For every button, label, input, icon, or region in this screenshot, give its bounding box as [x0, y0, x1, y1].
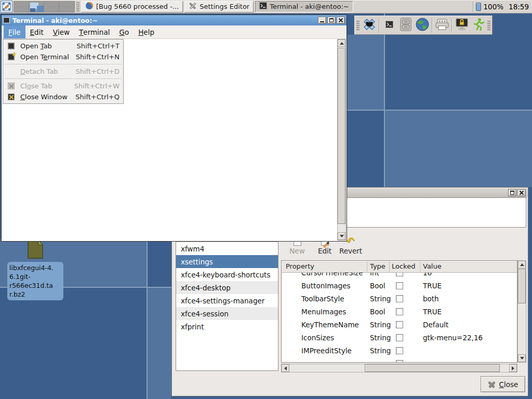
property-table-header[interactable]: Property Type Locked Value: [282, 261, 517, 273]
channel-row[interactable]: xfprint: [176, 320, 278, 333]
property-vscrollbar[interactable]: [517, 260, 526, 363]
file-manager-launcher[interactable]: [397, 17, 414, 34]
locked-checkbox[interactable]: [396, 347, 403, 354]
desktop-settings-launcher[interactable]: [1, 1, 12, 12]
backdrop-tile: [385, 111, 532, 187]
scroll-left-button[interactable]: [282, 364, 289, 372]
locked-checkbox[interactable]: [396, 273, 403, 276]
locked-checkbox[interactable]: [396, 334, 403, 341]
close-window-icon: [7, 93, 16, 101]
panel-grip[interactable]: [76, 2, 79, 12]
taskbar-button[interactable]: Settings Editor: [184, 1, 254, 12]
scroll-up-button[interactable]: [338, 39, 345, 47]
pager-workspace-3[interactable]: [44, 2, 59, 12]
scroll-right-button[interactable]: [509, 364, 517, 372]
menu-item-shortcut: Shift+Ctrl+W: [74, 82, 119, 90]
menubar-go[interactable]: Go: [114, 25, 134, 38]
property-row[interactable]: ToolbarStyleStringboth: [282, 292, 517, 305]
printer-launcher[interactable]: [434, 17, 450, 34]
property-row[interactable]: IMPreeditStyleString: [282, 344, 517, 357]
menu-item-open-terminal[interactable]: ★Open TerminalShift+Ctrl+N: [4, 51, 123, 62]
maximize-button[interactable]: [508, 189, 516, 196]
terminal-launcher[interactable]: [381, 17, 397, 34]
pager-workspace-1[interactable]: [14, 2, 29, 12]
channel-row[interactable]: xfce4-keyboard-shortcuts: [176, 268, 278, 281]
menubar-file[interactable]: File: [4, 25, 25, 38]
web-browser-launcher[interactable]: [414, 17, 431, 34]
terminal-menubar: FileEditViewTerminalGoHelp: [2, 25, 347, 39]
terminal-titlebar[interactable]: Terminal - aki@entoo:~: [2, 15, 347, 25]
channel-row[interactable]: xfce4-desktop: [176, 281, 278, 294]
archive-file-icon: [25, 239, 45, 260]
property-name: IMPreeditStyle: [301, 347, 352, 355]
property-type: Bool: [370, 282, 385, 290]
property-hscrollbar[interactable]: [281, 364, 517, 373]
taskbar-button-label: [Bug 5660 processed -...: [96, 3, 179, 10]
locked-checkbox[interactable]: [396, 321, 403, 328]
minimize-button[interactable]: [318, 17, 326, 24]
terminal-title: Terminal - aki@entoo:~: [12, 17, 98, 24]
col-locked: Locked: [392, 262, 415, 270]
taskbar-button-label: Terminal - aki@entoo:~: [270, 3, 349, 10]
backdrop-line: [384, 14, 385, 188]
xfce-menu-launcher[interactable]: [361, 17, 378, 34]
dock-grip[interactable]: [487, 20, 490, 31]
property-value: TRUE: [423, 282, 442, 290]
col-property: Property: [286, 262, 314, 270]
locked-checkbox[interactable]: [396, 295, 403, 302]
close-window-button[interactable]: [517, 189, 526, 196]
desktop-file-icon[interactable]: libxfcegui4-4.6.1git-r566ec31d.tar.bz2: [7, 239, 63, 300]
menu-item-close-window[interactable]: Close WindowShift+Ctrl+Q: [4, 91, 123, 102]
locked-checkbox[interactable]: [396, 360, 403, 362]
menu-item-shortcut: Shift+Ctrl+D: [76, 68, 119, 75]
col-type: Type: [370, 262, 385, 270]
menubar-edit[interactable]: Edit: [25, 25, 48, 38]
menu-item-shortcut: Shift+Ctrl+N: [76, 53, 119, 61]
pager-workspace-4[interactable]: [59, 2, 74, 12]
close-window-button[interactable]: [337, 17, 345, 24]
menubar-view[interactable]: View: [48, 25, 74, 38]
menu-item-label: Open Terminal: [20, 53, 76, 61]
channel-row[interactable]: xsettings: [176, 255, 278, 268]
scroll-up-button[interactable]: [518, 261, 526, 269]
close-button[interactable]: Close: [481, 376, 525, 392]
property-row[interactable]: CursorThemeSizeInt16: [282, 273, 517, 280]
menubar-terminal[interactable]: Terminal: [74, 25, 114, 38]
dock-grip[interactable]: [356, 20, 360, 31]
menu-separator: [5, 78, 122, 79]
menubar-help[interactable]: Help: [134, 25, 159, 38]
taskbar-button[interactable]: [Bug 5660 processed -...: [81, 1, 183, 12]
property-row[interactable]: ButtonImagesBoolTRUE: [282, 280, 517, 292]
vscroll-thumb[interactable]: [338, 48, 345, 224]
property-row[interactable]: MenuImagesBoolTRUE: [282, 305, 517, 318]
panel-separator: [473, 2, 474, 12]
menu-item-detach-tab: Detach TabShift+Ctrl+D: [4, 66, 123, 77]
property-type: String: [370, 334, 391, 342]
dock-separator: [432, 18, 433, 33]
menu-item-open-tab[interactable]: Open TabShift+Ctrl+T: [4, 41, 123, 51]
channel-row[interactable]: xfwm4: [176, 242, 278, 255]
scroll-down-button[interactable]: [518, 354, 526, 362]
logout-launcher[interactable]: [470, 17, 487, 34]
scroll-down-button[interactable]: [338, 232, 345, 240]
property-name: CursorThemeSize: [301, 273, 363, 277]
locked-checkbox[interactable]: [396, 308, 403, 315]
channel-row[interactable]: xfce4-session: [176, 307, 278, 320]
property-row[interactable]: IconSizesStringgtk-menu=22,16: [282, 331, 517, 344]
property-row[interactable]: KeyThemeNameStringDefault: [282, 318, 517, 331]
workspace-pager[interactable]: [14, 1, 75, 12]
property-type: String: [370, 347, 391, 355]
hscroll-thumb[interactable]: [365, 364, 500, 372]
pager-workspace-2[interactable]: [29, 2, 44, 12]
channel-row[interactable]: xfce4-settings-manager: [176, 294, 278, 307]
maximize-button[interactable]: [327, 17, 336, 24]
locked-checkbox[interactable]: [396, 282, 403, 289]
backdrop-line: [147, 239, 148, 399]
lock-screen-launcher[interactable]: [454, 17, 470, 34]
taskbar-button[interactable]: Terminal - aki@entoo:~: [255, 1, 353, 12]
clock[interactable]: 18:59: [509, 3, 529, 11]
property-row[interactable]: [282, 357, 517, 362]
battery-percent: 100%: [483, 3, 503, 11]
terminal-vscrollbar[interactable]: [337, 39, 346, 241]
vscroll-thumb[interactable]: [518, 269, 526, 303]
